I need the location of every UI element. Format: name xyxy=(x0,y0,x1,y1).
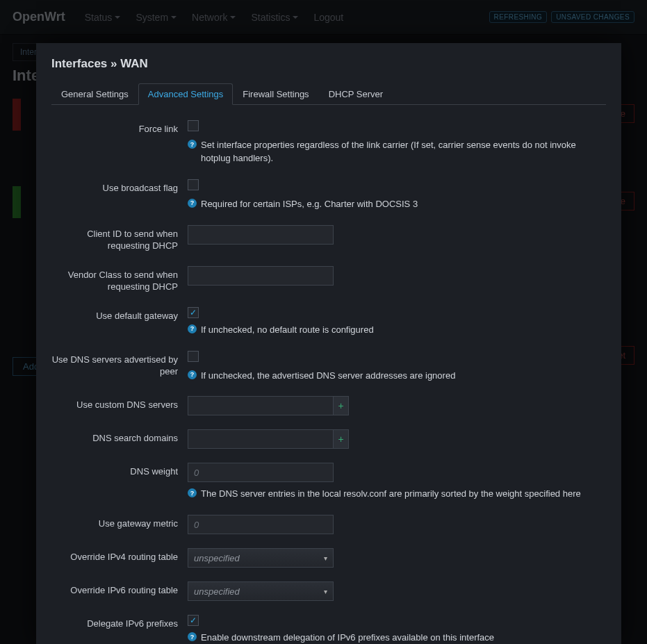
search-domains-label: DNS search domains xyxy=(51,429,188,445)
dns-weight-label: DNS weight xyxy=(51,463,188,478)
peer-dns-label: Use DNS servers advertised by peer xyxy=(51,351,188,378)
client-id-label: Client ID to send when requesting DHCP xyxy=(51,225,188,252)
client-id-input[interactable] xyxy=(188,225,334,245)
dns-weight-input[interactable] xyxy=(188,463,334,482)
modal-title: Interfaces » WAN xyxy=(51,57,606,71)
info-icon: ? xyxy=(188,488,197,497)
peer-dns-checkbox[interactable] xyxy=(188,351,199,362)
force-link-hint: Set interface properties regardless of t… xyxy=(201,139,606,165)
chevron-down-icon: ▾ xyxy=(324,554,327,562)
tab-dhcp-server[interactable]: DHCP Server xyxy=(319,83,393,105)
info-icon: ? xyxy=(188,140,197,149)
ipv4-table-select[interactable]: unspecified ▾ xyxy=(188,548,334,568)
info-icon: ? xyxy=(188,324,197,333)
tab-general-settings[interactable]: General Settings xyxy=(51,83,138,105)
default-gateway-label: Use default gateway xyxy=(51,307,188,322)
select-value: unspecified xyxy=(194,553,240,563)
force-link-label: Force link xyxy=(51,120,188,135)
broadcast-checkbox[interactable] xyxy=(188,179,199,190)
ipv6-table-label: Override IPv6 routing table xyxy=(51,581,188,597)
vendor-class-input[interactable] xyxy=(188,266,334,286)
delegate-ipv6-label: Delegate IPv6 prefixes xyxy=(51,615,188,630)
delegate-ipv6-checkbox[interactable]: ✓ xyxy=(188,615,199,626)
tab-advanced-settings[interactable]: Advanced Settings xyxy=(138,83,233,105)
select-value: unspecified xyxy=(194,586,240,597)
info-icon: ? xyxy=(188,199,197,208)
default-gateway-hint: If unchecked, no default route is config… xyxy=(201,324,374,337)
ipv4-table-label: Override IPv4 routing table xyxy=(51,548,188,563)
broadcast-hint: Required for certain ISPs, e.g. Charter … xyxy=(201,198,418,211)
peer-dns-hint: If unchecked, the advertised DNS server … xyxy=(201,370,455,383)
modal-tabs: General Settings Advanced Settings Firew… xyxy=(51,83,606,105)
chevron-down-icon: ▾ xyxy=(324,588,327,595)
tab-firewall-settings[interactable]: Firewall Settings xyxy=(233,83,318,105)
ipv6-table-select[interactable]: unspecified ▾ xyxy=(188,581,334,601)
custom-dns-input[interactable] xyxy=(188,396,334,415)
add-dns-button[interactable]: + xyxy=(334,396,349,415)
interface-edit-modal: Interfaces » WAN General Settings Advanc… xyxy=(36,43,621,644)
vendor-class-label: Vendor Class to send when requesting DHC… xyxy=(51,266,188,293)
delegate-ipv6-hint: Enable downstream delegation of IPv6 pre… xyxy=(201,631,494,644)
broadcast-label: Use broadcast flag xyxy=(51,179,188,195)
gateway-metric-input[interactable] xyxy=(188,515,334,534)
dns-weight-hint: The DNS server entries in the local reso… xyxy=(201,488,581,501)
default-gateway-checkbox[interactable]: ✓ xyxy=(188,307,199,318)
add-search-domain-button[interactable]: + xyxy=(334,429,349,449)
force-link-checkbox[interactable] xyxy=(188,120,199,131)
gateway-metric-label: Use gateway metric xyxy=(51,515,188,530)
search-domains-input[interactable] xyxy=(188,429,334,449)
info-icon: ? xyxy=(188,632,197,641)
info-icon: ? xyxy=(188,370,197,379)
custom-dns-label: Use custom DNS servers xyxy=(51,396,188,411)
